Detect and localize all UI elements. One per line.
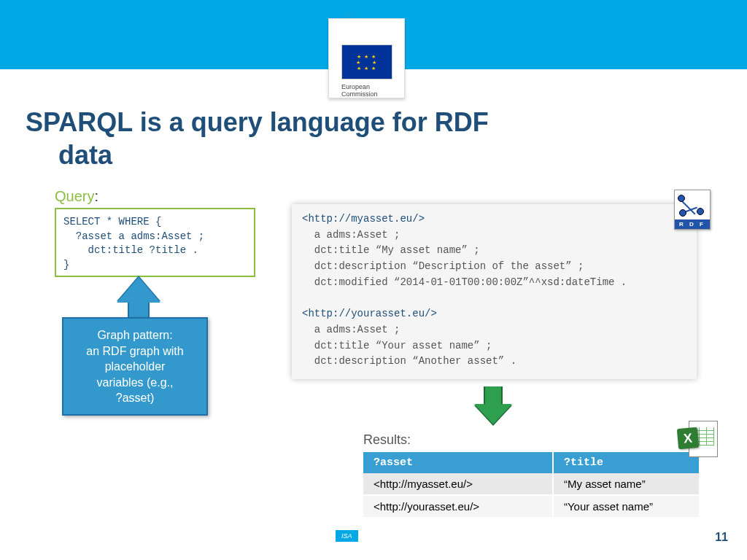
isa-badge: ISA xyxy=(336,530,358,542)
col-asset: ?asset xyxy=(363,452,553,473)
ec-logo: ★ ★ ★★ ★★ ★ ★ European Commission xyxy=(328,18,405,98)
results-table: ?asset ?title <http://myasset.eu/> “My a… xyxy=(363,452,699,518)
slide-title: SPARQL is a query language for RDF data xyxy=(26,106,682,171)
eu-flag-icon: ★ ★ ★★ ★★ ★ ★ xyxy=(341,44,392,79)
table-header-row: ?asset ?title xyxy=(363,452,699,473)
rdf-data-box: <http://myasset.eu/> a adms:Asset ; dct:… xyxy=(292,204,697,379)
table-row: <http://myasset.eu/> “My asset name” xyxy=(363,473,699,495)
graph-pattern-callout: Graph pattern: an RDF graph with placeho… xyxy=(62,317,208,416)
ec-label-1: European xyxy=(329,83,404,90)
title-line-2: data xyxy=(26,139,682,171)
query-code-box: SELECT * WHERE { ?asset a adms:Asset ; d… xyxy=(55,208,255,277)
ec-label-2: Commission xyxy=(329,90,404,98)
arrow-down-icon xyxy=(474,386,512,424)
col-title: ?title xyxy=(553,452,699,473)
excel-icon: X xyxy=(678,419,718,459)
query-label: Query: xyxy=(55,188,98,205)
results-label: Results: xyxy=(363,432,411,448)
title-line-1: SPARQL is a query language for RDF xyxy=(26,107,489,137)
rdf-icon: R D F xyxy=(674,190,711,230)
table-row: <http://yourasset.eu/> “Your asset name” xyxy=(363,495,699,518)
page-number: 11 xyxy=(715,531,728,544)
